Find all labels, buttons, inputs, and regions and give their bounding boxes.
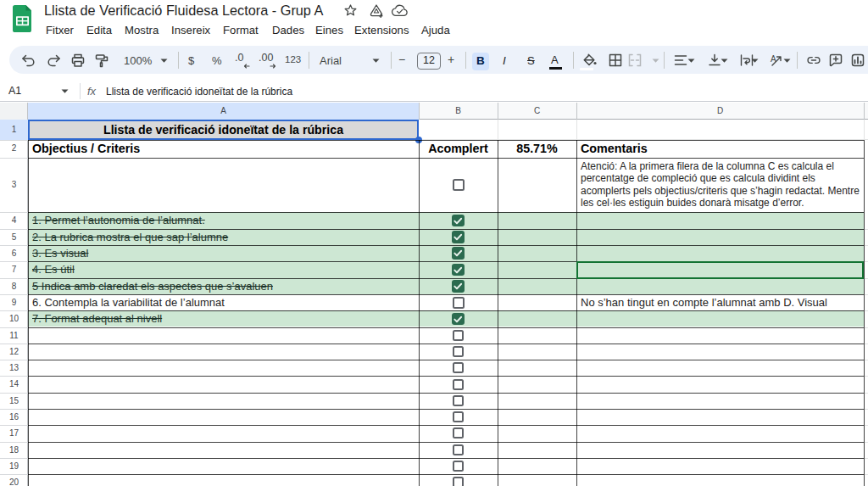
svg-text:A: A [771,54,776,64]
